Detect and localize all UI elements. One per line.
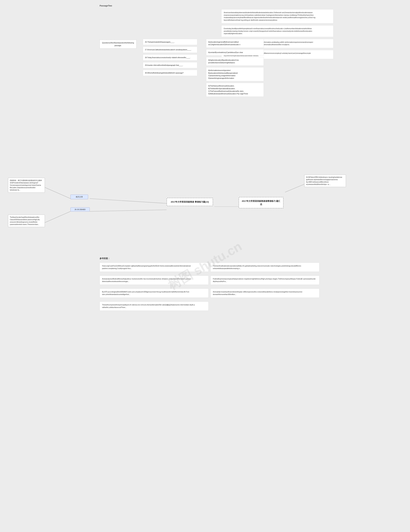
passage-two-area: PassageTwo Questions26to30arebasedonthef… — [100, 4, 404, 9]
svg-line-5 — [285, 184, 304, 192]
mindmap-connectors — [0, 162, 410, 251]
mindmap-side-title-text: 64-BitTakesOff64-bitdesktopco mputinghas… — [306, 176, 342, 185]
mindmap-center-label: 2017年大学英语四级阅读 寒假练习题(13) — [171, 201, 209, 203]
answer-29: A)informationisouronlyproduct B)educatio… — [206, 67, 264, 81]
questions-column: 26.Thetopictreatedinthispassageis____. 2… — [143, 39, 197, 77]
bottom-text-0: HowLongCouldYouGoWithoutComplaini ngBase… — [100, 263, 209, 272]
answer-30-a: A)TheHistoryofAmericanEducation. — [208, 85, 234, 87]
passage-para-2: Eventoday,itisstillpossibleforpeopletoac… — [221, 25, 334, 37]
bottom-text-1: Theriseofmultinationalcorporations(跨国公司)… — [210, 263, 319, 272]
question-30: 30.Whichofthefollowingisthebesttitlefort… — [143, 70, 197, 76]
answer-27: A)certainB)contradictoryC)ambitiousD)un … — [206, 49, 264, 55]
answer-30-b: B)TheNeedforSpecializedEducation. — [208, 88, 235, 90]
bottom-text-3: FederalExpressisacompanythatspecializesi… — [210, 276, 319, 285]
question-29: 29.Itcanbe inferredfromthethirdparagraph… — [143, 62, 197, 68]
svg-line-3 — [90, 210, 167, 211]
mindmap-left-node-2-text: TheNewGenderGapWhentheleadersofthe Class… — [10, 216, 40, 225]
bottom-text-6: Theearthcomprisesthreeprincipallayers:th… — [100, 302, 209, 311]
bottom-text-4: By1970,accordingtoaWorldWildlifeFundre p… — [100, 289, 209, 298]
question-28: 28.Today,financialsuccessiscloselyr elat… — [143, 55, 197, 61]
question-note: Questions26to30arebasedonthefollowing pa… — [100, 40, 136, 48]
mindmap-left-node-1-text: 四级阅读：奥巴马看着奥伦提最值得关注频神空间PresidentObamawasw… — [10, 180, 42, 191]
svg-line-2 — [90, 199, 167, 203]
answer-30-c: C)TheFutureoftheAmericanEducationalSy st… — [208, 90, 244, 92]
mindmap-conn-1-label: 相关文章 — [76, 196, 83, 198]
answer-26: A)educationingeneralB)Americans'attitud … — [206, 39, 264, 48]
answer-30: A)TheHistoryofAmericanEducation. B)TheNe… — [206, 83, 264, 97]
bottom-text-2: AnewanalysisoffederalMoneythatpublicsc h… — [100, 276, 209, 285]
mindmap-area: 四级阅读：奥巴马看着奥伦提最值得关注频神空间PresidentObamawasw… — [0, 162, 410, 251]
answers-column: A)educationingeneralB)Americans'attitud … — [206, 39, 264, 98]
answer-28: A)highereducationB)publiceducationCres p… — [206, 57, 264, 66]
question-26: 26.Thetopictreatedinthispassageis____. — [143, 39, 197, 45]
answer-29-a: A)informationisouronlyproduct — [208, 69, 230, 71]
answer-29-d: D)wearelivinginanageofinformation — [208, 77, 234, 79]
mindmap-conn-1: 相关文章 — [70, 195, 88, 199]
question-27: 27.Americans'attitudestowardeducationh a… — [143, 47, 197, 53]
passage-para-1: Americanshavealwaysbeenambivalentintheir… — [221, 9, 334, 23]
mindmap-left-node-2: TheNewGenderGapWhentheleadersofthe Class… — [8, 215, 45, 227]
bottom-text-5: Aremarkab levarietyofinsectsliveinthispl… — [210, 289, 319, 298]
mindmap-left-node-1: 四级阅读：奥巴马看着奥伦提最值得关注频神空间PresidentObamawasw… — [8, 178, 45, 193]
bottom-texts-section: HowLongCouldYouGoWithoutComplaini ngBase… — [100, 263, 404, 313]
page-wrapper: 树图 shutu.cn PassageTwo Questions26to30ar… — [0, 0, 410, 532]
mindmap-center-title: 2017年大学英语四级阅读 寒假练习题(13) — [167, 198, 213, 206]
svg-line-1 — [45, 211, 70, 223]
answer-30-d: D)AttitudestowardAmericanEducation.Pas s… — [208, 93, 248, 95]
answer-29-c: C)weareentering anageofinformation — [208, 75, 235, 76]
mindmap-main-title-label: 2017年大学英语四级阅读读寒假练习 题汇总 — [242, 200, 280, 205]
mindmap-main-title: 2017年大学英语四级阅读读寒假练习 题汇总 — [239, 197, 284, 208]
mindmap-conn-2: 26-30.DBABD — [70, 207, 90, 211]
svg-line-0 — [45, 187, 70, 199]
answer-29-b: B)educationinthefuturewillbespecialized — [208, 72, 238, 74]
passage-two-label: PassageTwo — [100, 4, 404, 7]
mindmap-side-title: 64-BitTakesOff64-bitdesktopco mputinghas… — [304, 175, 346, 187]
answer-key-section: 参考答案： — [100, 257, 110, 260]
mindmap-conn-2-label: 26-30.DBABD — [75, 209, 86, 210]
answer-key-label: 参考答案： — [100, 257, 110, 260]
